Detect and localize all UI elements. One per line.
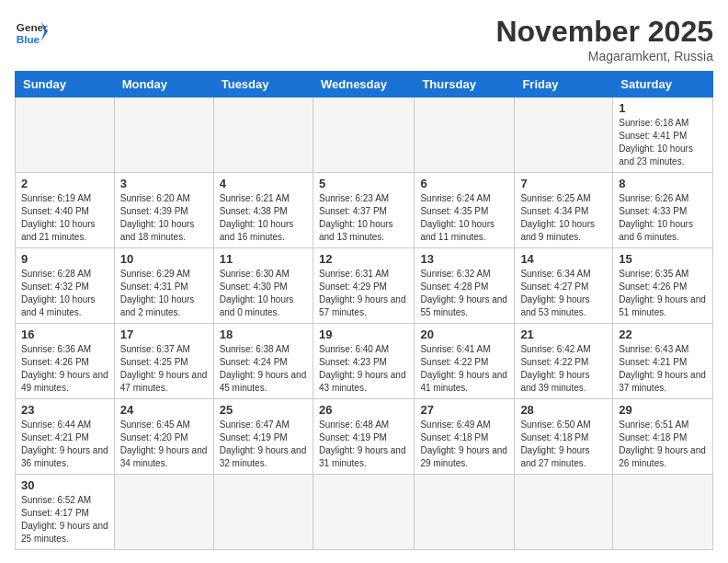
day-number: 18	[220, 327, 307, 341]
month-title: November 2025	[495, 15, 713, 49]
day-number: 14	[520, 252, 607, 266]
calendar-cell: 11Sunrise: 6:30 AM Sunset: 4:30 PM Dayli…	[213, 248, 313, 324]
calendar-cell: 26Sunrise: 6:48 AM Sunset: 4:19 PM Dayli…	[313, 399, 414, 475]
day-number: 21	[520, 327, 607, 341]
day-number: 19	[319, 327, 408, 341]
calendar-table: SundayMondayTuesdayWednesdayThursdayFrid…	[15, 71, 713, 550]
calendar-cell: 16Sunrise: 6:36 AM Sunset: 4:26 PM Dayli…	[16, 324, 115, 399]
day-number: 5	[319, 177, 408, 190]
day-info: Sunrise: 6:50 AM Sunset: 4:18 PM Dayligh…	[520, 419, 607, 470]
day-info: Sunrise: 6:18 AM Sunset: 4:41 PM Dayligh…	[619, 117, 707, 168]
day-info: Sunrise: 6:28 AM Sunset: 4:32 PM Dayligh…	[21, 268, 108, 319]
calendar-cell: 20Sunrise: 6:41 AM Sunset: 4:22 PM Dayli…	[415, 324, 515, 399]
day-info: Sunrise: 6:19 AM Sunset: 4:40 PM Dayligh…	[21, 192, 108, 244]
calendar-cell: 27Sunrise: 6:49 AM Sunset: 4:18 PM Dayli…	[415, 399, 515, 475]
calendar-cell	[415, 98, 515, 173]
day-number: 9	[21, 252, 108, 266]
logo-icon: General Blue	[15, 15, 48, 48]
day-info: Sunrise: 6:31 AM Sunset: 4:29 PM Dayligh…	[319, 268, 408, 319]
calendar-cell: 30Sunrise: 6:52 AM Sunset: 4:17 PM Dayli…	[16, 475, 115, 550]
day-info: Sunrise: 6:38 AM Sunset: 4:24 PM Dayligh…	[220, 343, 307, 395]
day-info: Sunrise: 6:49 AM Sunset: 4:18 PM Dayligh…	[420, 419, 508, 470]
weekday-tuesday: Tuesday	[213, 72, 313, 98]
calendar-cell: 3Sunrise: 6:20 AM Sunset: 4:39 PM Daylig…	[114, 173, 213, 248]
day-number: 26	[319, 403, 408, 417]
day-number: 22	[619, 327, 707, 341]
week-row-0: 1Sunrise: 6:18 AM Sunset: 4:41 PM Daylig…	[16, 98, 713, 173]
day-info: Sunrise: 6:44 AM Sunset: 4:21 PM Dayligh…	[21, 419, 108, 470]
day-number: 7	[520, 177, 607, 190]
day-info: Sunrise: 6:36 AM Sunset: 4:26 PM Dayligh…	[21, 343, 108, 395]
calendar-cell: 6Sunrise: 6:24 AM Sunset: 4:35 PM Daylig…	[415, 173, 515, 248]
day-info: Sunrise: 6:24 AM Sunset: 4:35 PM Dayligh…	[420, 192, 508, 244]
weekday-thursday: Thursday	[415, 72, 515, 98]
day-number: 3	[120, 177, 208, 190]
day-number: 24	[120, 403, 208, 417]
page-header: General Blue November 2025 Magaramkent, …	[15, 15, 713, 63]
title-block: November 2025 Magaramkent, Russia	[495, 15, 713, 63]
day-info: Sunrise: 6:41 AM Sunset: 4:22 PM Dayligh…	[420, 343, 508, 395]
calendar-cell: 18Sunrise: 6:38 AM Sunset: 4:24 PM Dayli…	[213, 324, 313, 399]
calendar-cell: 22Sunrise: 6:43 AM Sunset: 4:21 PM Dayli…	[613, 324, 713, 399]
calendar-cell: 28Sunrise: 6:50 AM Sunset: 4:18 PM Dayli…	[515, 399, 613, 475]
weekday-saturday: Saturday	[613, 72, 713, 98]
day-info: Sunrise: 6:21 AM Sunset: 4:38 PM Dayligh…	[220, 192, 307, 244]
weekday-sunday: Sunday	[16, 72, 115, 98]
svg-text:General: General	[17, 21, 48, 33]
svg-text:Blue: Blue	[17, 33, 40, 45]
day-info: Sunrise: 6:30 AM Sunset: 4:30 PM Dayligh…	[220, 268, 307, 319]
weekday-wednesday: Wednesday	[313, 72, 414, 98]
calendar-cell: 2Sunrise: 6:19 AM Sunset: 4:40 PM Daylig…	[16, 173, 115, 248]
day-number: 30	[21, 478, 108, 492]
week-row-1: 2Sunrise: 6:19 AM Sunset: 4:40 PM Daylig…	[16, 173, 713, 248]
calendar-cell: 23Sunrise: 6:44 AM Sunset: 4:21 PM Dayli…	[16, 399, 115, 475]
location: Magaramkent, Russia	[495, 49, 713, 63]
calendar-cell: 7Sunrise: 6:25 AM Sunset: 4:34 PM Daylig…	[515, 173, 613, 248]
day-info: Sunrise: 6:35 AM Sunset: 4:26 PM Dayligh…	[619, 268, 707, 319]
day-info: Sunrise: 6:26 AM Sunset: 4:33 PM Dayligh…	[619, 192, 707, 244]
day-number: 13	[420, 252, 508, 266]
day-info: Sunrise: 6:34 AM Sunset: 4:27 PM Dayligh…	[520, 268, 607, 319]
day-info: Sunrise: 6:45 AM Sunset: 4:20 PM Dayligh…	[120, 419, 208, 470]
week-row-5: 30Sunrise: 6:52 AM Sunset: 4:17 PM Dayli…	[16, 475, 713, 550]
calendar-cell	[613, 475, 713, 550]
calendar-cell: 25Sunrise: 6:47 AM Sunset: 4:19 PM Dayli…	[213, 399, 313, 475]
day-info: Sunrise: 6:20 AM Sunset: 4:39 PM Dayligh…	[120, 192, 208, 244]
calendar-cell: 8Sunrise: 6:26 AM Sunset: 4:33 PM Daylig…	[613, 173, 713, 248]
day-number: 2	[21, 177, 108, 190]
calendar-cell	[415, 475, 515, 550]
day-info: Sunrise: 6:48 AM Sunset: 4:19 PM Dayligh…	[319, 419, 408, 470]
day-number: 20	[420, 327, 508, 341]
calendar-cell: 13Sunrise: 6:32 AM Sunset: 4:28 PM Dayli…	[415, 248, 515, 324]
day-number: 17	[120, 327, 208, 341]
day-number: 23	[21, 403, 108, 417]
calendar-cell: 21Sunrise: 6:42 AM Sunset: 4:22 PM Dayli…	[515, 324, 613, 399]
calendar-cell	[114, 475, 213, 550]
calendar-cell: 24Sunrise: 6:45 AM Sunset: 4:20 PM Dayli…	[114, 399, 213, 475]
calendar-cell: 29Sunrise: 6:51 AM Sunset: 4:18 PM Dayli…	[613, 399, 713, 475]
calendar-cell: 4Sunrise: 6:21 AM Sunset: 4:38 PM Daylig…	[213, 173, 313, 248]
day-number: 25	[220, 403, 307, 417]
day-number: 6	[420, 177, 508, 190]
week-row-3: 16Sunrise: 6:36 AM Sunset: 4:26 PM Dayli…	[16, 324, 713, 399]
day-number: 10	[120, 252, 208, 266]
weekday-monday: Monday	[114, 72, 213, 98]
calendar-cell: 5Sunrise: 6:23 AM Sunset: 4:37 PM Daylig…	[313, 173, 414, 248]
day-info: Sunrise: 6:32 AM Sunset: 4:28 PM Dayligh…	[420, 268, 508, 319]
week-row-2: 9Sunrise: 6:28 AM Sunset: 4:32 PM Daylig…	[16, 248, 713, 324]
calendar-cell	[515, 98, 613, 173]
calendar-cell: 12Sunrise: 6:31 AM Sunset: 4:29 PM Dayli…	[313, 248, 414, 324]
day-number: 1	[619, 101, 707, 115]
calendar-cell	[213, 475, 313, 550]
day-number: 16	[21, 327, 108, 341]
day-number: 8	[619, 177, 707, 190]
calendar-cell	[313, 98, 414, 173]
weekday-header-row: SundayMondayTuesdayWednesdayThursdayFrid…	[16, 72, 713, 98]
day-number: 4	[220, 177, 307, 190]
day-info: Sunrise: 6:40 AM Sunset: 4:23 PM Dayligh…	[319, 343, 408, 395]
day-info: Sunrise: 6:29 AM Sunset: 4:31 PM Dayligh…	[120, 268, 208, 319]
calendar-cell	[213, 98, 313, 173]
calendar-cell: 9Sunrise: 6:28 AM Sunset: 4:32 PM Daylig…	[16, 248, 115, 324]
weekday-friday: Friday	[515, 72, 613, 98]
day-info: Sunrise: 6:51 AM Sunset: 4:18 PM Dayligh…	[619, 419, 707, 470]
